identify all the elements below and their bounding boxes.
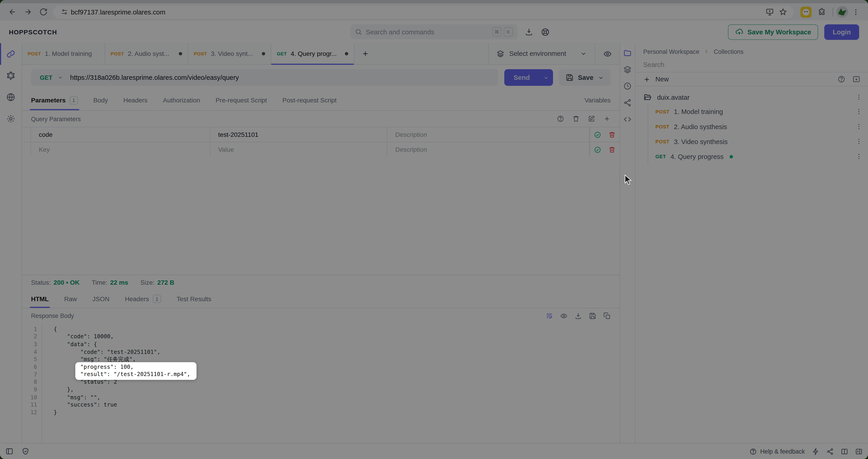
environment-quick-peek-eye-icon[interactable] — [594, 43, 619, 64]
request-item-model-training[interactable]: POST 1. Model training — [648, 104, 868, 119]
param-description-placeholder: Description — [395, 146, 427, 153]
share-request-icon[interactable] — [827, 448, 834, 455]
reload-icon[interactable] — [35, 5, 51, 19]
url-bar[interactable]: bcf97137.laresprime.olares.com — [53, 5, 794, 19]
request-options-kebab-icon[interactable] — [855, 138, 863, 145]
save-my-workspace-button[interactable]: Save My Workspace — [728, 24, 818, 40]
tab-pre-request-script[interactable]: Pre-request Script — [208, 90, 275, 110]
toggle-sidebar-icon[interactable] — [5, 448, 13, 455]
save-response-icon[interactable] — [589, 312, 596, 319]
support-icon[interactable] — [541, 27, 550, 36]
breadcrumb-collections[interactable]: Collections — [714, 48, 743, 55]
tab-test-results[interactable]: Test Results — [169, 290, 219, 307]
app-logo[interactable]: HOPPSCOTCH — [9, 29, 57, 35]
back-icon[interactable] — [4, 5, 20, 19]
environments-layers-icon[interactable] — [620, 61, 636, 77]
import-export-icon[interactable] — [852, 75, 860, 83]
url-text[interactable]: bcf97137.laresprime.olares.com — [71, 8, 763, 16]
request-options-kebab-icon[interactable] — [855, 108, 863, 115]
bookmark-star-icon[interactable] — [776, 6, 789, 18]
param-description-input[interactable]: Description — [388, 127, 590, 142]
horizontal-layout-icon[interactable] — [841, 448, 848, 455]
wrap-lines-icon[interactable] — [546, 312, 553, 319]
param-description-input[interactable]: Description — [388, 142, 590, 157]
login-button[interactable]: Login — [825, 24, 859, 40]
browser-menu-icon[interactable] — [848, 5, 864, 19]
variables-link[interactable]: Variables — [585, 90, 620, 110]
tab-response-json[interactable]: JSON — [85, 290, 117, 307]
drag-handle[interactable] — [22, 127, 31, 142]
environment-selector[interactable]: Select environment — [488, 43, 594, 64]
request-options-kebab-icon[interactable] — [855, 153, 863, 160]
param-key-input[interactable]: Key — [31, 142, 210, 157]
site-settings-icon[interactable] — [58, 6, 71, 18]
search-command-bar[interactable]: Search and commands ⌘ K — [350, 24, 518, 39]
param-active-toggle-icon[interactable] — [590, 127, 604, 142]
collections-help-icon[interactable] — [837, 75, 845, 83]
param-delete-icon[interactable] — [604, 142, 619, 157]
tab-video-synthesis[interactable]: POST 3. Video synt... — [188, 43, 271, 64]
param-active-toggle-icon[interactable] — [590, 142, 604, 157]
save-request-button[interactable]: Save — [559, 69, 611, 86]
download-response-icon[interactable] — [575, 312, 582, 319]
tab-model-training[interactable]: POST 1. Model training — [22, 43, 105, 64]
new-collection-button[interactable]: New — [655, 75, 669, 83]
share-icon[interactable] — [620, 94, 636, 111]
tab-parameters[interactable]: Parameters 1 — [23, 90, 86, 110]
tab-post-request-script[interactable]: Post-request Script — [275, 90, 344, 110]
clear-all-trash-icon[interactable] — [572, 115, 580, 122]
nav-rest-link-icon[interactable] — [0, 43, 22, 65]
tab-headers[interactable]: Headers — [116, 90, 155, 110]
send-options-chevron-icon[interactable] — [539, 74, 553, 81]
request-item-query-progress[interactable]: GET 4. Query progress — [648, 149, 868, 164]
shortcuts-zap-icon[interactable] — [812, 448, 819, 455]
nav-settings-gear-icon[interactable] — [0, 108, 22, 130]
tab-query-progress[interactable]: GET 4. Query progr... — [271, 43, 354, 64]
collections-folder-icon[interactable] — [620, 44, 636, 61]
endpoint-url-input[interactable]: https://318a026b.laresprime.olares.com/v… — [70, 74, 498, 82]
install-pwa-icon[interactable] — [525, 28, 533, 36]
param-delete-icon[interactable] — [604, 127, 619, 142]
response-body-code[interactable]: 1{ 2 "code": 10000, 3 "data": { 4 "code"… — [22, 323, 619, 443]
new-tab-button[interactable] — [354, 43, 376, 64]
copy-response-icon[interactable] — [603, 312, 611, 319]
nav-graphql-icon[interactable] — [0, 65, 22, 87]
forward-icon[interactable] — [20, 5, 35, 19]
param-value-input[interactable]: Value — [211, 142, 388, 157]
drag-handle[interactable] — [22, 142, 31, 157]
bulk-edit-icon[interactable] — [588, 115, 595, 122]
method-selector[interactable]: GET — [31, 74, 70, 81]
tab-authorization[interactable]: Authorization — [155, 90, 208, 110]
browser-profile-avatar[interactable] — [836, 6, 848, 18]
code-line: }, — [41, 386, 74, 394]
tab-response-headers[interactable]: Headers 1 — [117, 290, 169, 307]
send-button[interactable]: Send — [504, 69, 553, 86]
help-feedback-button[interactable]: Help & feedback — [750, 448, 805, 455]
preview-eye-icon[interactable] — [560, 312, 567, 319]
param-key-input[interactable]: code — [31, 127, 210, 142]
request-options-kebab-icon[interactable] — [855, 123, 863, 130]
add-parameter-icon[interactable] — [603, 115, 611, 122]
tab-audio-synthesis[interactable]: POST 2. Audio syst... — [105, 43, 188, 64]
request-item-audio-synthesis[interactable]: POST 2. Audio systhesis — [648, 119, 868, 134]
request-item-video-synthesis[interactable]: POST 3. Video synthesis — [648, 134, 868, 149]
history-clock-icon[interactable] — [620, 78, 636, 94]
collections-search-input[interactable]: Search — [636, 58, 868, 72]
collection-folder-duix-avatar[interactable]: duix.avatar — [636, 90, 868, 104]
breadcrumb-workspace[interactable]: Personal Workspace — [643, 48, 700, 55]
breadcrumb: Personal Workspace Collections — [636, 43, 868, 57]
extension-dog-icon[interactable] — [800, 6, 811, 18]
tab-body[interactable]: Body — [86, 90, 116, 110]
code-snippet-icon[interactable] — [620, 111, 636, 127]
tab-response-html[interactable]: HTML — [23, 290, 57, 307]
collapse-right-panel-icon[interactable] — [855, 448, 863, 455]
nav-realtime-globe-icon[interactable] — [0, 86, 22, 108]
tab-response-raw[interactable]: Raw — [57, 290, 85, 307]
param-value-input[interactable]: test-20251101 — [211, 127, 388, 142]
folder-options-kebab-icon[interactable] — [855, 94, 863, 101]
extensions-puzzle-icon[interactable] — [814, 5, 829, 19]
help-icon[interactable] — [557, 115, 564, 122]
install-app-icon[interactable] — [763, 6, 776, 18]
interceptor-shield-icon[interactable] — [22, 448, 29, 455]
save-options-chevron-icon[interactable] — [598, 74, 604, 81]
